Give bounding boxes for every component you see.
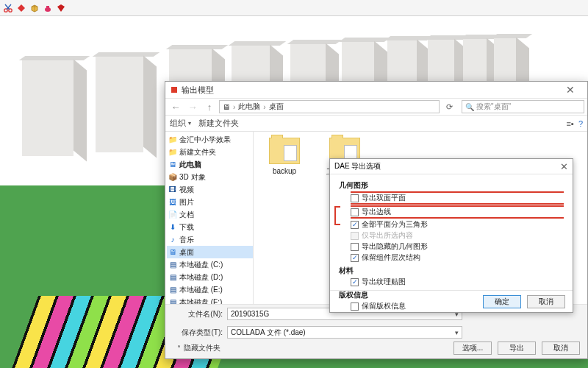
dialog-close-button[interactable]: ✕ bbox=[558, 82, 583, 97]
nav-tree[interactable]: 📁金汇中小学效果📁新建文件夹🖥此电脑📦3D 对象🎞视频🖼图片📄文档⬇下载♪音乐🖥… bbox=[165, 132, 254, 304]
tree-item-label: 下载 bbox=[179, 222, 194, 233]
option-row: 仅导出所选内容 bbox=[351, 230, 564, 241]
option-label: 保留组件层次结构 bbox=[362, 252, 420, 263]
svg-rect-3 bbox=[46, 6, 49, 8]
folder-item[interactable]: backup bbox=[261, 138, 308, 175]
cube-icon[interactable] bbox=[29, 3, 40, 13]
options-ok-button[interactable]: 确定 bbox=[483, 295, 521, 308]
new-folder-button[interactable]: 新建文件夹 bbox=[198, 118, 239, 129]
checkbox[interactable]: ✓ bbox=[351, 221, 359, 229]
tree-item[interactable]: ▤本地磁盘 (E:) bbox=[167, 283, 253, 296]
tree-item[interactable]: 🎞视频 bbox=[167, 183, 253, 196]
filetype-value: COLLADA 文件 (*.dae) bbox=[231, 328, 306, 338]
filename-label: 文件名(N): bbox=[171, 309, 223, 319]
tree-item[interactable]: 📄文档 bbox=[167, 208, 253, 221]
dialog-titlebar: 输出模型 ✕ bbox=[165, 82, 587, 98]
options-title: DAE 导出选项 bbox=[334, 161, 381, 171]
tree-item[interactable]: 🖥桌面 bbox=[167, 246, 253, 258]
folder-icon: 📁 bbox=[168, 135, 177, 144]
tree-item[interactable]: ▤本地磁盘 (C:) bbox=[167, 258, 253, 271]
option-label: 导出纹理贴图 bbox=[362, 277, 406, 287]
drive-icon: ▤ bbox=[168, 298, 177, 305]
filetype-select[interactable]: COLLADA 文件 (*.dae) ▾ bbox=[227, 326, 462, 339]
filename-value: 20190315G bbox=[231, 310, 269, 318]
cube-icon: 📦 bbox=[168, 173, 177, 182]
nav-up-icon[interactable]: ↑ bbox=[202, 102, 217, 113]
scissors-icon[interactable] bbox=[3, 3, 13, 13]
tree-item-label: 本地磁盘 (E:) bbox=[179, 284, 223, 295]
option-label: 导出边线 bbox=[362, 207, 391, 217]
doc-icon: 📄 bbox=[168, 210, 177, 219]
main-toolbar bbox=[0, 0, 588, 16]
tree-item-label: 视频 bbox=[179, 184, 194, 195]
tree-item-label: 音乐 bbox=[179, 234, 194, 245]
checkbox[interactable]: ✓ bbox=[351, 278, 359, 286]
help-icon[interactable]: ? bbox=[578, 119, 583, 128]
teapot-icon[interactable] bbox=[43, 3, 53, 13]
option-label: 导出隐藏的几何图形 bbox=[362, 241, 428, 252]
breadcrumb-field[interactable]: 🖥 › 此电脑 › 桌面 bbox=[219, 100, 440, 113]
folder-label: backup bbox=[273, 167, 296, 175]
tree-item-label: 本地磁盘 (C:) bbox=[179, 259, 223, 270]
checkbox[interactable] bbox=[351, 208, 359, 216]
breadcrumb-segment[interactable]: 桌面 bbox=[269, 102, 284, 112]
folder-icon bbox=[269, 138, 300, 164]
search-input[interactable]: 🔍 搜索"桌面" bbox=[462, 100, 584, 113]
options-close-icon[interactable]: ✕ bbox=[560, 161, 568, 172]
tree-item-label: 新建文件夹 bbox=[179, 146, 216, 158]
ruby-icon[interactable] bbox=[56, 3, 66, 13]
option-row[interactable]: ✓保留组件层次结构 bbox=[351, 252, 564, 263]
tree-item-label: 文档 bbox=[179, 209, 194, 220]
tree-item[interactable]: ♪音乐 bbox=[167, 233, 253, 246]
music-icon: ♪ bbox=[168, 236, 177, 244]
dialog-title: 输出模型 bbox=[182, 85, 214, 96]
checkbox[interactable] bbox=[351, 243, 359, 251]
down-icon: ⬇ bbox=[168, 223, 177, 232]
option-row[interactable]: ✓全部平面分为三角形 bbox=[351, 219, 564, 230]
video-icon: 🎞 bbox=[168, 185, 177, 194]
search-placeholder: 搜索"桌面" bbox=[476, 102, 511, 112]
options-cancel-button[interactable]: 取消 bbox=[527, 295, 565, 308]
tree-item[interactable]: 🖥此电脑 bbox=[167, 158, 253, 171]
cancel-button[interactable]: 取消 bbox=[542, 342, 580, 355]
tree-item[interactable]: 📁新建文件夹 bbox=[167, 146, 253, 158]
option-row[interactable]: 导出隐藏的几何图形 bbox=[351, 241, 564, 252]
option-label: 仅导出所选内容 bbox=[362, 230, 413, 241]
export-button[interactable]: 导出 bbox=[498, 342, 536, 355]
hide-folders-button[interactable]: ˄ 隐藏文件夹 bbox=[177, 343, 220, 353]
option-row[interactable]: ✓导出纹理贴图 bbox=[351, 277, 564, 287]
option-label: 导出双面平面 bbox=[362, 193, 406, 203]
breadcrumb-bar: ← → ↑ 🖥 › 此电脑 › 桌面 ⟳ 🔍 搜索"桌面" bbox=[165, 98, 587, 116]
pic-icon: 🖼 bbox=[168, 198, 177, 207]
nav-fwd-icon[interactable]: → bbox=[185, 102, 200, 113]
tree-item[interactable]: ⬇下载 bbox=[167, 221, 253, 233]
tree-item[interactable]: 📁金汇中小学效果 bbox=[167, 133, 253, 146]
drive-icon: ▤ bbox=[168, 273, 177, 282]
view-mode-icon[interactable]: ≡▪ bbox=[567, 119, 574, 128]
refresh-icon[interactable]: ⟳ bbox=[442, 102, 456, 112]
checkbox bbox=[351, 232, 359, 240]
checkbox[interactable] bbox=[351, 194, 359, 202]
tree-item-label: 图片 bbox=[179, 197, 194, 208]
organize-button[interactable]: 组织▾ bbox=[170, 118, 191, 129]
svg-rect-4 bbox=[171, 87, 177, 93]
chevron-up-icon: ˄ bbox=[177, 344, 181, 353]
checkbox[interactable]: ✓ bbox=[351, 254, 359, 262]
tree-item-label: 本地磁盘 (F:) bbox=[179, 297, 222, 304]
nav-back-icon[interactable]: ← bbox=[168, 102, 183, 113]
tree-item[interactable]: ▤本地磁盘 (D:) bbox=[167, 271, 253, 283]
option-row[interactable]: 导出边线 bbox=[351, 205, 564, 219]
drive-icon: ▤ bbox=[168, 286, 177, 294]
tree-item-label: 桌面 bbox=[179, 247, 194, 258]
option-row[interactable]: 导出双面平面 bbox=[351, 191, 564, 205]
option-group-label: 材料 bbox=[339, 266, 564, 276]
breadcrumb-segment[interactable]: 此电脑 bbox=[238, 102, 260, 112]
tree-item[interactable]: ▤本地磁盘 (F:) bbox=[167, 296, 253, 304]
tree-item[interactable]: 🖼图片 bbox=[167, 196, 253, 208]
option-label: 全部平面分为三角形 bbox=[362, 219, 428, 230]
tree-item[interactable]: 📦3D 对象 bbox=[167, 171, 253, 183]
tree-item-label: 3D 对象 bbox=[179, 171, 206, 183]
options-button[interactable]: 选项... bbox=[453, 342, 492, 355]
tree-item-label: 本地磁盘 (D:) bbox=[179, 272, 223, 283]
diamond-icon[interactable] bbox=[16, 3, 26, 13]
